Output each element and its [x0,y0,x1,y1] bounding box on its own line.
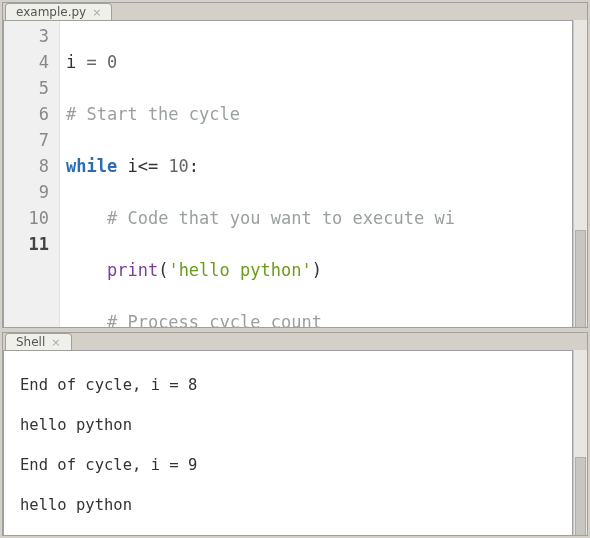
code-line[interactable]: while i<= 10: [66,153,572,179]
shell-line: hello python [20,415,564,435]
line-number: 11 [10,231,49,257]
shell-pane: Shell × End of cycle, i = 8 hello python… [2,332,588,536]
shell-line: End of cycle, i = 9 [20,455,564,475]
code-line[interactable]: # Process cycle count [66,309,572,328]
shell-tab-label: Shell [16,335,45,349]
shell-tab[interactable]: Shell × [5,333,72,350]
line-number: 9 [10,179,49,205]
line-number: 6 [10,101,49,127]
shell-tabbar: Shell × [3,333,587,350]
shell-line: End of cycle, i = 10 [20,535,564,536]
code-line[interactable]: print('hello python') [66,257,572,283]
editor-tabbar: example.py × [3,3,587,20]
close-icon[interactable]: × [92,6,101,19]
close-icon[interactable]: × [51,336,60,349]
shell-output[interactable]: End of cycle, i = 8 hello python End of … [3,350,573,536]
code-line[interactable]: # Code that you want to execute wi [66,205,572,231]
vertical-scrollbar[interactable] [573,20,587,328]
scrollbar-thumb[interactable] [575,230,586,328]
line-number: 10 [10,205,49,231]
editor-tab-label: example.py [16,5,86,19]
editor-pane: example.py × 3 4 5 6 7 8 9 10 11 i = 0 #… [2,2,588,328]
line-number: 3 [10,23,49,49]
code-line[interactable]: i = 0 [66,49,572,75]
editor-tab-example[interactable]: example.py × [5,3,112,20]
shell-line: hello python [20,495,564,515]
line-number: 7 [10,127,49,153]
line-number: 8 [10,153,49,179]
line-number: 4 [10,49,49,75]
line-number-gutter: 3 4 5 6 7 8 9 10 11 [4,21,60,328]
line-number: 5 [10,75,49,101]
shell-line: End of cycle, i = 8 [20,375,564,395]
vertical-scrollbar[interactable] [573,350,587,536]
code-editor[interactable]: 3 4 5 6 7 8 9 10 11 i = 0 # Start the cy… [3,20,573,328]
shell-lines: End of cycle, i = 8 hello python End of … [20,355,564,536]
scrollbar-thumb[interactable] [575,457,586,536]
code-line[interactable]: # Start the cycle [66,101,572,127]
code-area[interactable]: i = 0 # Start the cycle while i<= 10: # … [60,21,572,328]
